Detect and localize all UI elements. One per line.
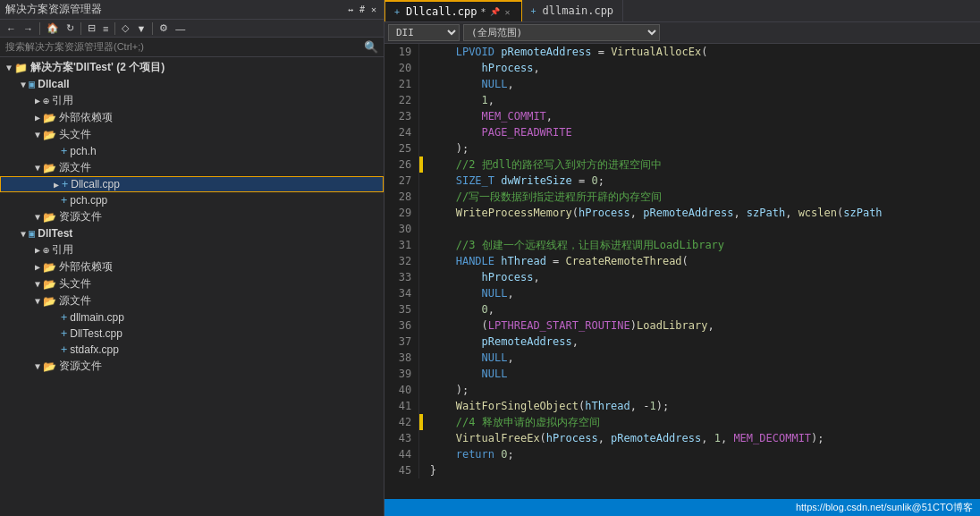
dllcall-cpp[interactable]: ▶ + Dllcall.cpp	[0, 176, 384, 192]
code-line: WaitForSingleObject(hThread, -1);	[423, 398, 980, 414]
table-row: 44 return 0;	[384, 446, 980, 462]
code-line: );	[423, 140, 980, 156]
dlltest-project-icon: ▣	[29, 227, 35, 240]
stdafx-cpp[interactable]: + stdafx.cpp	[0, 342, 384, 358]
dlltest-extdep-icon: 📂	[43, 261, 56, 274]
code-line: hProcess,	[423, 269, 980, 285]
tab-dllcall-close[interactable]: ✕	[503, 7, 512, 17]
headers-label: 头文件	[59, 127, 91, 142]
line-number: 24	[384, 124, 419, 140]
dllcall-sources[interactable]: ▼ 📂 源文件	[0, 159, 384, 176]
code-line: PAGE_READWRITE	[423, 124, 980, 140]
table-row: 33 hProcess,	[384, 269, 980, 285]
refresh-btn[interactable]: ↻	[63, 21, 77, 35]
extdep-arrow: ▶	[32, 113, 43, 123]
line-number: 38	[384, 350, 419, 366]
code-line: WriteProcessMemory(hProcess, pRemoteAddr…	[423, 205, 980, 221]
dllcall-arrow: ▼	[18, 80, 29, 89]
project-dllcall[interactable]: ▼ ▣ Dllcall	[0, 76, 384, 92]
extdep-icon: 📂	[43, 112, 56, 124]
panel-title: 解决方案资源管理器	[5, 2, 102, 17]
status-url: https://blog.csdn.net/sunlik@51CTO博客	[796, 501, 973, 514]
dllcall-ref[interactable]: ▶ ⊕ 引用	[0, 92, 384, 109]
dlltest-ref-icon: ⊕	[43, 244, 49, 257]
pch-cpp[interactable]: + pch.cpp	[0, 192, 384, 208]
table-row: 43 VirtualFreeEx(hProcess, pRemoteAddres…	[384, 430, 980, 446]
status-bar: https://blog.csdn.net/sunlik@51CTO博客	[384, 499, 980, 516]
pch-cpp-icon: +	[61, 194, 67, 207]
code-line: //2 把dll的路径写入到对方的进程空间中	[423, 156, 980, 173]
preview-btn[interactable]: ◇	[119, 21, 131, 35]
collapse-btn[interactable]: ⊟	[85, 21, 98, 35]
line-number: 40	[384, 382, 419, 398]
settings-btn[interactable]: ⚙	[156, 21, 171, 35]
panel-icons: ↔ # ✕	[346, 4, 378, 15]
table-row: 29 WriteProcessMemory(hProcess, pRemoteA…	[384, 205, 980, 221]
code-line: //写一段数据到指定进程所开辟的内存空间	[423, 189, 980, 205]
project-dlltest[interactable]: ▼ ▣ DllTest	[0, 225, 384, 241]
dlltest-resources[interactable]: ▼ 📂 资源文件	[0, 358, 384, 375]
code-line: 1,	[423, 92, 980, 108]
home-btn[interactable]: 🏠	[44, 21, 62, 35]
line-number: 32	[384, 253, 419, 269]
dlltest-res-icon: 📂	[43, 360, 56, 373]
context-dropdown[interactable]: (全局范围)	[463, 24, 660, 41]
sync-icon[interactable]: ↔	[346, 4, 355, 15]
dlltest-cpp[interactable]: + DllTest.cpp	[0, 326, 384, 342]
dlltest-headers[interactable]: ▼ 📂 头文件	[0, 275, 384, 292]
sep4	[152, 22, 153, 35]
back-btn[interactable]: ←	[4, 22, 19, 35]
table-row: 41 WaitForSingleObject(hThread, -1);	[384, 398, 980, 414]
dllcall-headers[interactable]: ▼ 📂 头文件	[0, 126, 384, 143]
tab-dllmain-cpp[interactable]: + dllmain.cpp	[522, 0, 624, 21]
tab-dllcall-label: Dllcall.cpp	[406, 5, 477, 18]
code-table: 19 LPVOID pRemoteAddress = VirtualAllocE…	[384, 44, 980, 478]
dllcall-cpp-label: Dllcall.cpp	[71, 178, 120, 190]
dlltest-headers-arrow: ▼	[32, 279, 43, 289]
pch-h-label: pch.h	[70, 145, 96, 157]
dllcall-cpp-arrow: ▶	[51, 180, 62, 190]
line-number: 26	[384, 156, 419, 173]
table-row: 20 hProcess,	[384, 60, 980, 76]
code-line: }	[423, 462, 980, 478]
property-btn[interactable]: ≡	[100, 22, 111, 35]
dlltest-sources-icon: 📂	[43, 295, 56, 308]
line-number: 35	[384, 301, 419, 317]
dllmain-cpp[interactable]: + dllmain.cpp	[0, 309, 384, 326]
pin-icon[interactable]: #	[358, 4, 367, 15]
pch-h[interactable]: + pch.h	[0, 143, 384, 159]
tab-pin-icon[interactable]: 📌	[490, 7, 500, 16]
scope-dropdown[interactable]: DII	[388, 24, 460, 41]
stdafx-icon: +	[61, 343, 67, 356]
dllcall-extdep[interactable]: ▶ 📂 外部依赖项	[0, 109, 384, 126]
table-row: 31 //3 创建一个远程线程，让目标进程调用LoadLibrary	[384, 237, 980, 253]
dllcall-resources[interactable]: ▼ 📂 资源文件	[0, 208, 384, 225]
dllcall-res-icon: 📂	[43, 211, 56, 224]
dlltest-sources-label: 源文件	[59, 293, 91, 309]
tab-dllcall-cpp[interactable]: + Dllcall.cpp * 📌 ✕	[384, 0, 522, 21]
search-button[interactable]: 🔍	[364, 40, 378, 54]
filter-btn[interactable]: ▼	[133, 22, 148, 35]
dllcall-label: Dllcall	[38, 78, 69, 90]
dlltest-sources[interactable]: ▼ 📂 源文件	[0, 292, 384, 309]
line-number: 43	[384, 430, 419, 446]
forward-btn[interactable]: →	[21, 22, 36, 35]
solution-label: 解决方案'DllTest' (2 个项目)	[30, 60, 165, 75]
table-row: 21 NULL,	[384, 76, 980, 92]
dlltest-extdep[interactable]: ▶ 📂 外部依赖项	[0, 258, 384, 275]
dlltest-res-arrow: ▼	[32, 361, 43, 371]
dlltest-ref[interactable]: ▶ ⊕ 引用	[0, 241, 384, 258]
code-line: NULL,	[423, 76, 980, 92]
ref-icon: ⊕	[43, 95, 49, 107]
close-icon[interactable]: ✕	[369, 4, 378, 15]
dlltest-cpp-icon: +	[61, 327, 67, 340]
line-number: 36	[384, 317, 419, 334]
code-line	[423, 221, 980, 237]
solution-root[interactable]: ▼ 📁 解决方案'DllTest' (2 个项目)	[0, 59, 384, 76]
dlltest-extdep-arrow: ▶	[32, 262, 43, 272]
code-line: HANDLE hThread = CreateRemoteThread(	[423, 253, 980, 269]
more-btn[interactable]: —	[173, 22, 188, 35]
code-line: 0,	[423, 301, 980, 317]
code-area[interactable]: 19 LPVOID pRemoteAddress = VirtualAllocE…	[384, 44, 980, 499]
sep2	[80, 22, 81, 35]
